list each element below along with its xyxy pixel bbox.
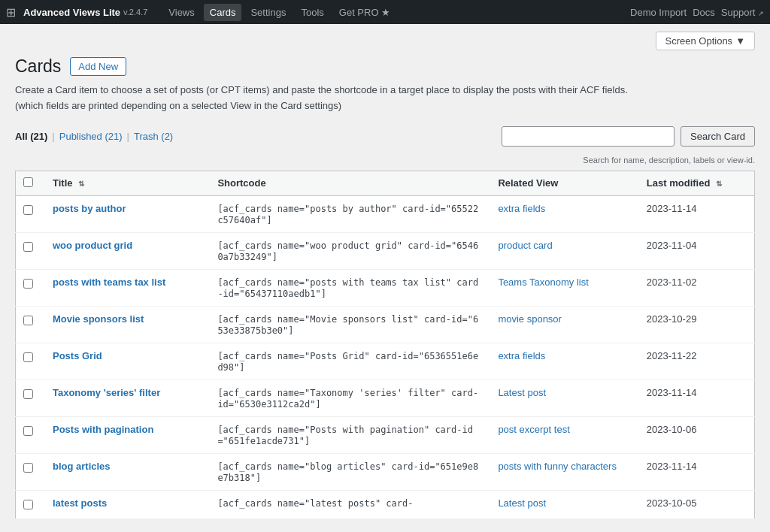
table-body: posts by author [acf_cards name="posts b… (16, 195, 755, 518)
page-title: Cards (15, 56, 61, 77)
support-link[interactable]: Support ↗ (721, 7, 764, 18)
row-checkbox[interactable] (23, 242, 33, 252)
row-modified-cell: 2023-11-14 (639, 379, 755, 416)
search-input[interactable] (502, 126, 675, 147)
row-related-link[interactable]: extra fields (498, 350, 545, 361)
row-title-cell: posts by author (45, 195, 210, 232)
row-title-link[interactable]: latest posts (53, 497, 107, 509)
table-row: latest posts [acf_cards name="latest pos… (16, 490, 755, 518)
filter-trash[interactable]: Trash (2) (134, 131, 173, 142)
row-related-cell: Latest post (490, 490, 638, 518)
cards-table: Title ⇅ Shortcode Related View Last modi… (15, 171, 755, 519)
table-row: Taxonomy 'series' filter [acf_cards name… (16, 379, 755, 416)
row-checkbox[interactable] (23, 426, 33, 436)
row-shortcode-text: [acf_cards name="Movie sponsors list" ca… (217, 314, 478, 336)
row-modified-cell: 2023-10-05 (639, 490, 755, 518)
screen-options-button[interactable]: Screen Options ▼ (656, 32, 755, 50)
row-related-link[interactable]: extra fields (498, 203, 545, 214)
row-title-link[interactable]: posts by author (53, 203, 126, 214)
row-modified-cell: 2023-11-04 (639, 232, 755, 269)
row-checkbox[interactable] (23, 205, 33, 215)
row-shortcode-cell: [acf_cards name="woo product grid" card-… (210, 232, 490, 269)
row-checkbox-cell (16, 232, 45, 269)
col-shortcode-label: Shortcode (217, 177, 265, 189)
row-related-cell: posts with funny characters (490, 453, 638, 490)
nav-views[interactable]: Views (162, 4, 200, 21)
row-modified-date: 2023-11-14 (647, 203, 697, 214)
row-related-link[interactable]: post excerpt test (498, 424, 569, 435)
row-shortcode-text: [acf_cards name="woo product grid" card-… (217, 240, 478, 262)
row-related-cell: Latest post (490, 379, 638, 416)
row-title-link[interactable]: Taxonomy 'series' filter (53, 387, 160, 398)
row-modified-date: 2023-11-14 (647, 387, 697, 398)
row-modified-date: 2023-11-14 (647, 461, 697, 472)
row-title-link[interactable]: posts with teams tax list (53, 277, 165, 288)
row-related-link[interactable]: posts with funny characters (498, 461, 617, 472)
row-related-link[interactable]: Latest post (498, 497, 546, 509)
row-checkbox[interactable] (23, 500, 33, 509)
row-title-link[interactable]: blog articles (53, 461, 111, 472)
row-title-link[interactable]: Posts Grid (53, 350, 102, 361)
row-checkbox-cell (16, 453, 45, 490)
col-title-label: Title (53, 177, 73, 189)
row-related-link[interactable]: movie sponsor (498, 313, 562, 325)
row-related-cell: Teams Taxonomy list (490, 269, 638, 306)
table-row: Posts with pagination [acf_cards name="P… (16, 416, 755, 453)
row-title-cell: woo product grid (45, 232, 210, 269)
col-title-header: Title ⇅ (45, 171, 210, 195)
brand-version: v.2.4.7 (123, 8, 147, 17)
row-checkbox[interactable] (23, 463, 33, 473)
demo-import-link[interactable]: Demo Import (630, 7, 687, 18)
modified-sort-icon: ⇅ (716, 180, 722, 188)
search-card-button[interactable]: Search Card (681, 126, 755, 147)
row-checkbox[interactable] (23, 279, 33, 289)
row-shortcode-text: [acf_cards name="latest posts" card- (217, 498, 413, 509)
filter-all[interactable]: All (21) (15, 131, 47, 142)
sep2: | (127, 131, 129, 142)
row-modified-date: 2023-10-05 (647, 497, 697, 509)
col-related-header: Related View (490, 171, 638, 195)
nav-cards[interactable]: Cards (204, 4, 242, 21)
row-checkbox[interactable] (23, 316, 33, 325)
table-header-row: Title ⇅ Shortcode Related View Last modi… (16, 171, 755, 195)
row-shortcode-text: [acf_cards name="posts with teams tax li… (217, 277, 478, 299)
screen-options-label: Screen Options (665, 35, 733, 47)
row-title-cell: Movie sponsors list (45, 306, 210, 343)
row-shortcode-cell: [acf_cards name="latest posts" card- (210, 490, 490, 518)
row-title-link[interactable]: Movie sponsors list (53, 313, 144, 325)
page-header: Cards Add New (15, 56, 755, 77)
row-title-link[interactable]: Posts with pagination (53, 424, 153, 435)
external-icon: ↗ (758, 10, 764, 17)
filter-published[interactable]: Published (21) (59, 131, 123, 142)
row-shortcode-text: [acf_cards name="Taxonomy 'series' filte… (217, 388, 478, 410)
nav-settings[interactable]: Settings (244, 4, 292, 21)
row-title-link[interactable]: woo product grid (53, 240, 132, 251)
title-sort-icon: ⇅ (78, 180, 84, 188)
sep1: | (52, 131, 54, 142)
nav-get-pro[interactable]: Get PRO ★ (333, 4, 396, 21)
row-checkbox[interactable] (23, 352, 33, 362)
select-all-col (16, 171, 45, 195)
row-checkbox[interactable] (23, 389, 33, 399)
docs-link[interactable]: Docs (693, 7, 715, 18)
row-checkbox-cell (16, 416, 45, 453)
row-shortcode-cell: [acf_cards name="posts by author" card-i… (210, 195, 490, 232)
select-all-checkbox[interactable] (23, 177, 33, 187)
row-shortcode-cell: [acf_cards name="Posts with pagination" … (210, 416, 490, 453)
row-related-link[interactable]: Latest post (498, 387, 546, 398)
filter-links: All (21) | Published (21) | Trash (2) (15, 131, 173, 142)
add-new-button[interactable]: Add New (70, 57, 126, 76)
description-line1: Create a Card item to choose a set of po… (15, 84, 628, 95)
col-modified-header[interactable]: Last modified ⇅ (639, 171, 755, 195)
row-related-link[interactable]: product card (498, 240, 552, 251)
row-checkbox-cell (16, 195, 45, 232)
row-title-cell: latest posts (45, 490, 210, 518)
top-right-links: Demo Import Docs Support ↗ (630, 7, 764, 18)
row-title-cell: posts with teams tax list (45, 269, 210, 306)
grid-icon[interactable]: ⊞ (6, 5, 16, 20)
nav-tools[interactable]: Tools (295, 4, 329, 21)
col-shortcode-header: Shortcode (210, 171, 490, 195)
row-title-cell: Posts Grid (45, 343, 210, 379)
row-related-link[interactable]: Teams Taxonomy list (498, 277, 588, 288)
col-related-label: Related View (498, 177, 558, 189)
